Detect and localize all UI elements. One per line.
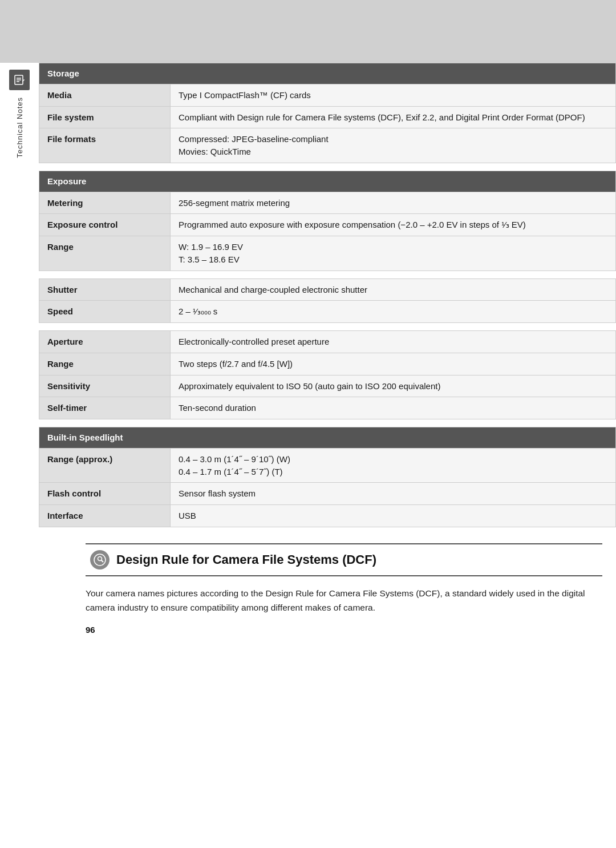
- label-cell: Shutter: [39, 278, 171, 301]
- table-row: ShutterMechanical and charge-coupled ele…: [39, 278, 616, 301]
- spec-table: StorageMediaType I CompactFlash™ (CF) ca…: [39, 63, 616, 527]
- value-cell: Mechanical and charge-coupled electronic…: [171, 278, 616, 301]
- divider-row: [39, 270, 616, 278]
- dcf-title-row: Design Rule for Camera File Systems (DCF…: [86, 543, 602, 576]
- label-cell: Range: [39, 353, 171, 375]
- table-row: Exposure controlProgrammed auto exposure…: [39, 214, 616, 236]
- value-cell: 2 – ¹⁄₃₀₀₀ s: [171, 301, 616, 323]
- label-cell: File system: [39, 106, 171, 128]
- page-number: 96: [86, 625, 602, 635]
- table-row: MediaType I CompactFlash™ (CF) cards: [39, 84, 616, 106]
- label-cell: Interface: [39, 505, 171, 527]
- label-cell: Media: [39, 84, 171, 106]
- table-row: InterfaceUSB: [39, 505, 616, 527]
- label-cell: Self-timer: [39, 397, 171, 419]
- table-row: RangeTwo steps (f/2.7 and f/4.5 [W]): [39, 353, 616, 375]
- page-wrapper: Technical Notes StorageMediaType I Compa…: [0, 0, 616, 848]
- value-cell: Electronically-controlled preset apertur…: [171, 331, 616, 353]
- divider-row: [39, 419, 616, 427]
- table-row: File formatsCompressed: JPEG-baseline-co…: [39, 128, 616, 163]
- label-cell: Aperture: [39, 331, 171, 353]
- section-header-cell: Storage: [39, 63, 616, 84]
- top-banner: [0, 0, 616, 63]
- value-cell: Compressed: JPEG-baseline-compliantMovie…: [171, 128, 616, 163]
- value-cell: Approximately equivalent to ISO 50 (auto…: [171, 375, 616, 397]
- table-row: Range (approx.)0.4 – 3.0 m (1´4˝ – 9´10˝…: [39, 448, 616, 483]
- value-cell: Programmed auto exposure with exposure c…: [171, 214, 616, 236]
- bottom-section: Design Rule for Camera File Systems (DCF…: [78, 527, 616, 647]
- sidebar-icon: [9, 70, 30, 90]
- main-content: StorageMediaType I CompactFlash™ (CF) ca…: [39, 63, 616, 669]
- table-row: Self-timerTen-second duration: [39, 397, 616, 419]
- label-cell: Metering: [39, 192, 171, 214]
- table-row: RangeW: 1.9 – 16.9 EVT: 3.5 – 18.6 EV: [39, 236, 616, 271]
- value-cell: Two steps (f/2.7 and f/4.5 [W]): [171, 353, 616, 375]
- value-cell: Ten-second duration: [171, 397, 616, 419]
- value-cell: W: 1.9 – 16.9 EVT: 3.5 – 18.6 EV: [171, 236, 616, 271]
- label-cell: Speed: [39, 301, 171, 323]
- table-row: File systemCompliant with Design rule fo…: [39, 106, 616, 128]
- table-row: SensitivityApproximately equivalent to I…: [39, 375, 616, 397]
- value-cell: Sensor flash system: [171, 483, 616, 505]
- divider-row: [39, 163, 616, 171]
- dcf-body: Your camera names pictures according to …: [86, 587, 602, 615]
- label-cell: Range (approx.): [39, 448, 171, 483]
- section-header-cell: Exposure: [39, 171, 616, 192]
- section-header-row: Exposure: [39, 171, 616, 192]
- table-row: Flash controlSensor flash system: [39, 483, 616, 505]
- value-cell: USB: [171, 505, 616, 527]
- section-header-row: Storage: [39, 63, 616, 84]
- section-header-row: Built-in Speedlight: [39, 427, 616, 449]
- value-cell: Type I CompactFlash™ (CF) cards: [171, 84, 616, 106]
- svg-point-5: [94, 554, 106, 566]
- divider-row: [39, 323, 616, 331]
- label-cell: Exposure control: [39, 214, 171, 236]
- label-cell: Flash control: [39, 483, 171, 505]
- label-cell: Range: [39, 236, 171, 271]
- value-cell: 256-segment matrix metering: [171, 192, 616, 214]
- sidebar: Technical Notes: [0, 63, 39, 848]
- sidebar-label: Technical Notes: [15, 97, 24, 158]
- dcf-title: Design Rule for Camera File Systems (DCF…: [116, 552, 376, 567]
- dcf-icon: [90, 550, 110, 570]
- table-row: ApertureElectronically-controlled preset…: [39, 331, 616, 353]
- value-cell: 0.4 – 3.0 m (1´4˝ – 9´10˝) (W)0.4 – 1.7 …: [171, 448, 616, 483]
- table-row: Speed2 – ¹⁄₃₀₀₀ s: [39, 301, 616, 323]
- table-row: Metering256-segment matrix metering: [39, 192, 616, 214]
- label-cell: Sensitivity: [39, 375, 171, 397]
- section-header-cell: Built-in Speedlight: [39, 427, 616, 449]
- label-cell: File formats: [39, 128, 171, 163]
- value-cell: Compliant with Design rule for Camera Fi…: [171, 106, 616, 128]
